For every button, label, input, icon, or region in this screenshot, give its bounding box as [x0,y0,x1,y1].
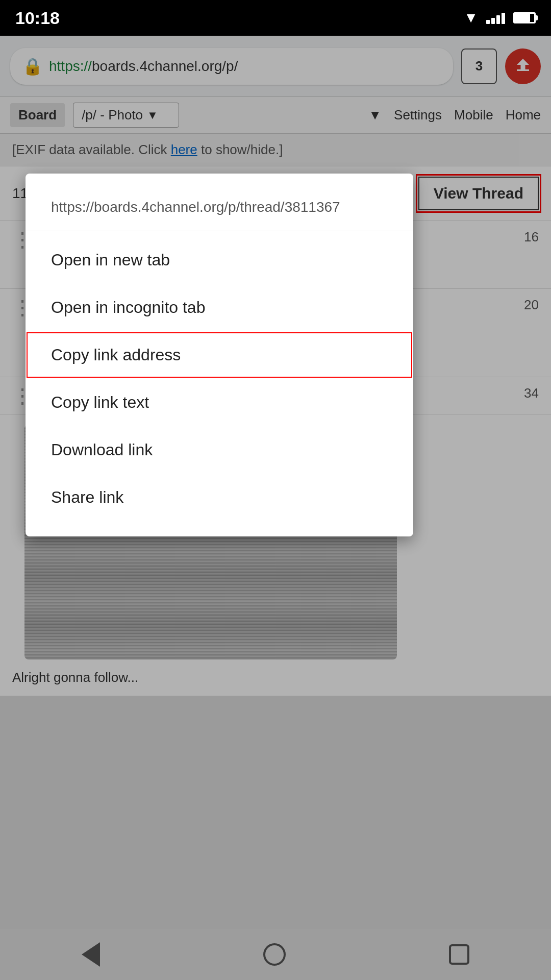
context-menu: https://boards.4channel.org/p/thread/381… [26,174,413,536]
context-menu-copy-link-address[interactable]: Copy link address [26,331,413,379]
status-bar: 10:18 ▼ [0,0,551,36]
wifi-icon: ▼ [464,10,478,26]
context-menu-share-link[interactable]: Share link [26,474,413,521]
context-menu-open-new-tab[interactable]: Open in new tab [26,236,413,284]
signal-icon [486,12,505,24]
status-time: 10:18 [15,8,60,28]
context-menu-overlay[interactable]: https://boards.4channel.org/p/thread/381… [0,0,551,980]
context-menu-url: https://boards.4channel.org/p/thread/381… [26,189,413,231]
context-menu-open-incognito[interactable]: Open in incognito tab [26,284,413,331]
battery-icon [513,12,536,23]
context-menu-copy-link-text[interactable]: Copy link text [26,379,413,426]
context-menu-download-link[interactable]: Download link [26,426,413,474]
status-icons: ▼ [464,10,536,26]
